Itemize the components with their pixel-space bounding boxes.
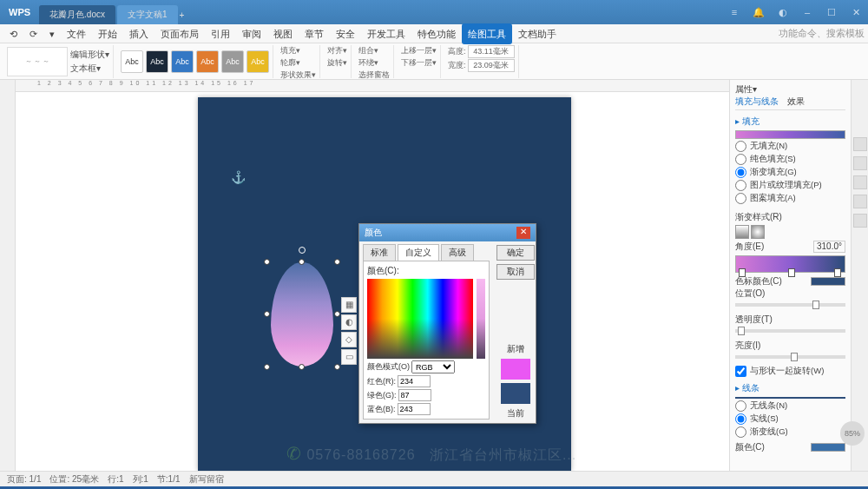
selected-shape[interactable] [267,262,337,367]
grad-linear-icon[interactable] [735,225,749,239]
width-input[interactable]: 23.09毫米 [468,59,515,72]
strip-icon-1[interactable] [853,137,867,151]
menu-review[interactable]: 审阅 [236,24,267,43]
menu-assistant[interactable]: 文档助手 [512,24,562,43]
angle-value[interactable]: 310.0° [813,241,845,253]
minimize-button[interactable]: – [795,3,819,21]
mini-layout-icon[interactable]: ▦ [341,297,357,313]
leaf-shape[interactable] [271,262,333,367]
menu-ref[interactable]: 引用 [205,24,236,43]
tab-advanced[interactable]: 高级 [441,244,474,261]
opt-picture-fill[interactable]: 图片或纹理填充(P) [735,180,845,191]
search-input[interactable]: 功能命令、搜索模板 [779,27,865,40]
zoom-indicator[interactable]: 85% [840,421,865,446]
gradient-stop-3[interactable] [834,268,841,277]
opt-gradient-line[interactable]: 渐变线(G) [735,426,845,438]
color-mode-select[interactable]: RGB [411,360,455,373]
fill-section-header[interactable]: ▸ 填充 [735,116,845,128]
close-button[interactable]: ✕ [844,3,868,21]
down-layer-button[interactable]: 下移一层▾ [401,57,437,69]
panel-tab-effects[interactable]: 效果 [787,96,805,108]
position-slider[interactable] [735,303,845,307]
line-section-header[interactable]: ▸ 线条 [735,382,845,394]
menu-drawing-tools[interactable]: 绘图工具 [462,23,512,44]
align-button[interactable]: 对齐▾ [327,45,347,56]
grad-radial-icon[interactable] [751,225,765,239]
up-layer-button[interactable]: 上移一层▾ [401,45,437,56]
strip-icon-3[interactable] [853,175,867,189]
cancel-button[interactable]: 取消 [496,264,535,280]
ok-button[interactable]: 确定 [496,245,535,261]
shape-gallery[interactable]: ～ ～ ～ [7,47,68,76]
opt-pattern-fill[interactable]: 图案填充(A) [735,193,845,204]
menu-insert[interactable]: 插入 [123,24,155,43]
doc-tab-2[interactable]: 文字文稿1 [117,5,178,24]
menu-layout[interactable]: 页面布局 [155,24,205,43]
mini-shape-icon[interactable]: ▭ [341,349,357,365]
brightness-slider[interactable] [735,355,845,359]
dialog-close-button[interactable]: ✕ [516,227,530,239]
mini-outline-icon[interactable]: ◇ [341,332,357,347]
new-tab-button[interactable]: + [180,5,195,24]
opt-solid-line[interactable]: 实线(S) [735,413,845,425]
outline-button[interactable]: 轮廓▾ [280,57,300,69]
canvas[interactable]: 1 2 3 4 5 6 7 8 9 10 11 12 13 14 15 16 1… [16,80,729,471]
r-input[interactable] [398,375,431,387]
resize-handle-n[interactable] [299,259,305,265]
menu-undo-icon[interactable]: ⟲ [3,24,23,43]
line-color-picker[interactable] [811,443,845,452]
resize-handle-sw[interactable] [264,364,270,370]
menu-section[interactable]: 章节 [299,24,330,43]
bell-icon[interactable]: 🔔 [746,3,771,21]
menu-secure[interactable]: 安全 [330,24,361,43]
menu-dropdown-icon[interactable]: ▾ [43,24,61,43]
dialog-titlebar[interactable]: 颜色 ✕ [359,224,536,241]
wrap-button[interactable]: 环绕▾ [358,57,378,69]
menu-home[interactable]: 开始 [92,24,123,43]
menu-icon[interactable]: ≡ [722,3,746,21]
doc-tab-1[interactable]: 花瓣月色.docx [39,5,115,24]
strip-icon-2[interactable] [853,156,867,170]
resize-handle-nw[interactable] [264,259,270,265]
menu-dev[interactable]: 开发工具 [361,24,411,43]
strip-icon-4[interactable] [853,195,867,208]
resize-handle-w[interactable] [264,311,270,317]
fill-button[interactable]: 填充▾ [280,45,300,56]
group-button[interactable]: 组合▾ [358,45,378,56]
maximize-button[interactable]: ☐ [819,3,844,21]
saturation-bar[interactable] [477,279,485,359]
menu-feature[interactable]: 特色功能 [411,24,462,43]
resize-handle-s[interactable] [299,364,305,370]
gradient-stop-1[interactable] [739,268,746,277]
menu-view[interactable]: 视图 [267,24,299,43]
opt-gradient-fill[interactable]: 渐变填充(G) [735,167,845,178]
resize-handle-se[interactable] [334,364,340,370]
rotate-button[interactable]: 旋转▾ [327,57,347,69]
style-gallery[interactable]: Abc Abc Abc Abc Abc Abc [117,45,273,78]
b-input[interactable] [398,403,431,415]
gradient-stops[interactable] [735,255,845,273]
fill-preview[interactable] [735,130,845,139]
shape-fx-button[interactable]: 形状效果▾ [280,69,316,81]
panel-tab-fill-line[interactable]: 填充与线条 [735,96,779,108]
select-pane-button[interactable]: 选择窗格 [358,69,390,81]
resize-handle-ne[interactable] [334,259,340,265]
user-icon[interactable]: ◐ [771,3,795,21]
tab-custom[interactable]: 自定义 [398,244,439,261]
opt-no-line[interactable]: 无线条(N) [735,400,845,412]
g-input[interactable] [398,389,431,401]
stop-color-picker[interactable] [811,277,845,286]
opt-no-fill[interactable]: 无填充(N) [735,141,845,152]
strip-icon-5[interactable] [853,214,867,228]
opt-solid-fill[interactable]: 纯色填充(S) [735,154,845,165]
edit-shape-button[interactable]: 编辑形状▾ [70,49,109,61]
tab-standard[interactable]: 标准 [363,244,396,261]
resize-handle-e[interactable] [334,311,340,317]
menu-redo-icon[interactable]: ⟳ [23,24,43,43]
height-input[interactable]: 43.11毫米 [468,45,515,58]
color-field[interactable] [367,279,473,359]
mini-fill-icon[interactable]: ◐ [341,314,357,330]
textbox-button[interactable]: 文本框▾ [70,63,109,75]
menu-file[interactable]: 文件 [61,24,92,43]
rotate-handle[interactable] [299,247,306,254]
